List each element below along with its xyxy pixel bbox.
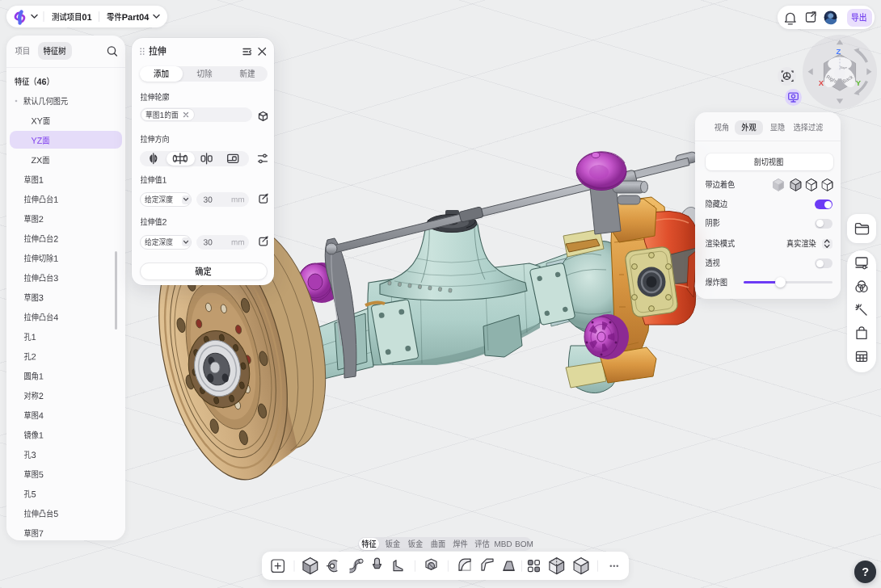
svg-text:Y: Y bbox=[856, 78, 862, 87]
svg-text:Z: Z bbox=[837, 47, 841, 56]
svg-text:X: X bbox=[819, 78, 824, 87]
svg-text:?: ? bbox=[862, 565, 869, 578]
